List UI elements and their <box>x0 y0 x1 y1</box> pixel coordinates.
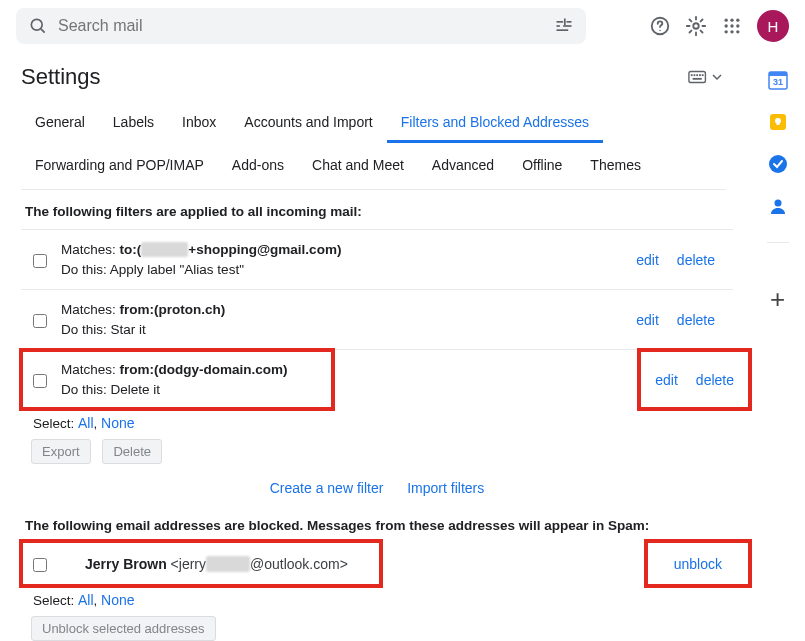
blocked-checkbox[interactable] <box>33 558 47 572</box>
matches-value: from:(dodgy-domain.com) <box>120 362 288 377</box>
svg-rect-5 <box>557 29 569 31</box>
svg-rect-30 <box>769 72 787 76</box>
svg-point-11 <box>659 30 660 31</box>
input-tools-button[interactable] <box>688 70 722 84</box>
tab-filters[interactable]: Filters and Blocked Addresses <box>387 106 603 143</box>
tab-offline[interactable]: Offline <box>508 149 576 183</box>
add-icon[interactable]: + <box>770 284 785 315</box>
filter-row: Matches: to:(xxxxxx+shopping@gmail.com) … <box>21 229 733 289</box>
filter-row-highlighted: Matches: from:(dodgy-domain.com) Do this… <box>21 350 333 409</box>
tab-themes[interactable]: Themes <box>576 149 655 183</box>
unblock-link[interactable]: unblock <box>674 556 722 572</box>
header-icons: H <box>649 10 789 42</box>
tab-general[interactable]: General <box>21 106 99 143</box>
select-none-link[interactable]: None <box>101 592 134 608</box>
svg-point-19 <box>725 30 728 33</box>
tab-accounts[interactable]: Accounts and Import <box>230 106 386 143</box>
settings-tabs: General Labels Inbox Accounts and Import… <box>21 98 726 143</box>
filter-body: Matches: from:(dodgy-domain.com) Do this… <box>61 360 315 399</box>
svg-rect-25 <box>696 74 698 76</box>
gear-icon[interactable] <box>685 15 707 37</box>
svg-rect-3 <box>567 21 572 23</box>
search-bar[interactable] <box>16 8 586 44</box>
tab-forwarding[interactable]: Forwarding and POP/IMAP <box>21 149 218 183</box>
export-button[interactable]: Export <box>31 439 91 464</box>
filter-body: Matches: to:(xxxxxx+shopping@gmail.com) … <box>61 240 622 279</box>
delete-link[interactable]: delete <box>677 312 715 328</box>
filters-intro: The following filters are applied to all… <box>21 190 750 229</box>
svg-rect-24 <box>694 74 696 76</box>
select-label: Select: <box>33 416 78 431</box>
matches-value-suffix: +shopping@gmail.com) <box>188 242 341 257</box>
create-import-line: Create a new filter Import filters <box>21 464 733 504</box>
import-filters-link[interactable]: Import filters <box>407 480 484 496</box>
filter-checkbox[interactable] <box>33 254 47 268</box>
svg-rect-6 <box>557 25 560 27</box>
dothis-text: Do this: Star it <box>61 320 622 340</box>
tasks-icon[interactable] <box>768 154 788 174</box>
search-icon <box>28 16 48 36</box>
filter-checkbox[interactable] <box>33 374 47 388</box>
edit-link[interactable]: edit <box>655 372 678 388</box>
filter-actions: edit delete <box>636 252 715 268</box>
settings-tabs-row2: Forwarding and POP/IMAP Add-ons Chat and… <box>21 143 726 190</box>
unblock-selected-button[interactable]: Unblock selected addresses <box>31 616 216 641</box>
svg-rect-2 <box>557 21 564 23</box>
keep-icon[interactable] <box>768 112 788 132</box>
blocked-select-line: Select: All, None <box>21 586 750 612</box>
svg-text:31: 31 <box>772 77 782 87</box>
svg-rect-26 <box>699 74 701 76</box>
tab-labels[interactable]: Labels <box>99 106 168 143</box>
filter-row: Matches: from:(proton.ch) Do this: Star … <box>21 289 733 349</box>
apps-icon[interactable] <box>721 15 743 37</box>
side-panel: 31 + <box>750 52 805 641</box>
select-line: Select: All, None <box>21 409 750 435</box>
dothis-text: Do this: Apply label "Alias test" <box>61 260 622 280</box>
blocked-email-suffix: @outlook.com> <box>250 556 348 572</box>
edit-link[interactable]: edit <box>636 252 659 268</box>
settings-bar: Settings <box>21 56 750 98</box>
matches-label: Matches: <box>61 302 120 317</box>
tune-icon[interactable] <box>554 16 574 36</box>
svg-point-12 <box>693 23 699 29</box>
select-all-link[interactable]: All <box>78 415 94 431</box>
header: H <box>0 0 805 52</box>
svg-rect-4 <box>564 19 566 26</box>
filter-buttons: Export Delete <box>21 435 750 464</box>
select-none-link[interactable]: None <box>101 415 134 431</box>
svg-rect-7 <box>563 25 571 27</box>
blocked-name: Jerry Brown <jerryxxxxxx@outlook.com> <box>67 556 348 572</box>
select-all-link[interactable]: All <box>78 592 94 608</box>
tab-inbox[interactable]: Inbox <box>168 106 230 143</box>
delete-link[interactable]: delete <box>696 372 734 388</box>
tab-chat[interactable]: Chat and Meet <box>298 149 418 183</box>
blocked-row-highlighted: Jerry Brown <jerryxxxxxx@outlook.com> <box>21 541 381 586</box>
svg-point-20 <box>730 30 733 33</box>
avatar[interactable]: H <box>757 10 789 42</box>
search-input[interactable] <box>48 17 554 35</box>
svg-point-34 <box>774 200 781 207</box>
svg-point-15 <box>736 19 739 22</box>
svg-point-16 <box>725 24 728 27</box>
svg-rect-28 <box>693 78 702 80</box>
select-label: Select: <box>33 593 78 608</box>
create-filter-link[interactable]: Create a new filter <box>270 480 384 496</box>
tab-addons[interactable]: Add-ons <box>218 149 298 183</box>
help-icon[interactable] <box>649 15 671 37</box>
unblock-highlighted: unblock <box>646 541 750 586</box>
svg-point-21 <box>736 30 739 33</box>
blocked-intro: The following email addresses are blocke… <box>21 504 741 541</box>
svg-line-1 <box>41 29 45 33</box>
edit-link[interactable]: edit <box>636 312 659 328</box>
calendar-icon[interactable]: 31 <box>768 70 788 90</box>
tab-advanced[interactable]: Advanced <box>418 149 508 183</box>
delete-link[interactable]: delete <box>677 252 715 268</box>
blocked-email-prefix: <jerry <box>167 556 206 572</box>
delete-button[interactable]: Delete <box>102 439 162 464</box>
contacts-icon[interactable] <box>768 196 788 216</box>
filter-actions-highlighted: edit delete <box>639 350 750 409</box>
redacted-text: xxxxxx <box>141 242 188 257</box>
filter-checkbox[interactable] <box>33 314 47 328</box>
svg-rect-27 <box>702 74 704 76</box>
svg-point-33 <box>769 155 787 173</box>
